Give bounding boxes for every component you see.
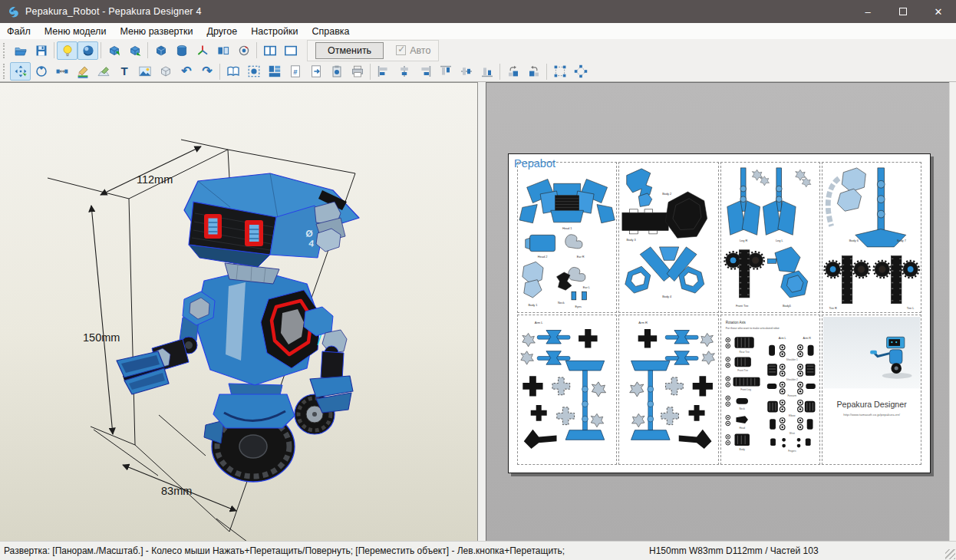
menu-item-others[interactable]: Другое	[199, 25, 244, 38]
flap-edit-button[interactable]	[93, 62, 114, 81]
material-view-button[interactable]	[77, 41, 98, 60]
toolbar-area: ОтменитьАвто T↶↷#	[0, 39, 956, 82]
svg-text:Neck: Neck	[558, 301, 565, 305]
pattern-cell-brand[interactable]: Pepakura Designer http://www.tamasoft.co…	[822, 315, 921, 466]
select-rotate-button[interactable]	[104, 41, 124, 60]
page-number-button[interactable]: #	[285, 62, 305, 81]
pattern-cell-arm-r[interactable]: Arm R	[618, 315, 718, 466]
toolbar-grip[interactable]	[3, 64, 7, 79]
toolbar-main: ОтменитьАвто	[0, 39, 956, 61]
open-file-button[interactable]	[10, 41, 31, 60]
brand-name: Pepakura Designer	[836, 399, 907, 408]
spin-rotate-button[interactable]	[233, 41, 254, 60]
pattern-cell-head[interactable]: Head 1 Head 2 Ear R Ear L Body 1 Neck Ey…	[517, 162, 617, 313]
part-3d-button[interactable]	[155, 62, 176, 81]
auto-checkbox[interactable]	[396, 45, 406, 55]
resize-grip[interactable]	[945, 549, 955, 559]
print-button[interactable]	[347, 62, 368, 81]
model-3d-canvas[interactable]: Ø 4 112mm 150mm 83mm	[0, 83, 477, 541]
svg-text:Head 2: Head 2	[538, 255, 548, 259]
align-bottom-button[interactable]	[476, 62, 497, 81]
solid-view-button[interactable]	[150, 41, 171, 60]
capture-button[interactable]	[326, 62, 347, 81]
robot-model[interactable]: Ø 4	[117, 173, 359, 482]
pattern-parts-arm-r[interactable]: Arm R	[619, 315, 717, 465]
svg-text:Arm R: Arm R	[639, 320, 648, 324]
minimize-button[interactable]: –	[850, 0, 885, 23]
toolbar-grip[interactable]	[3, 43, 7, 58]
rotate-ccw-button[interactable]	[503, 62, 523, 81]
redo-icon: ↷	[200, 64, 214, 78]
export-page-button[interactable]	[305, 62, 326, 81]
spread-parts-button[interactable]	[51, 62, 72, 81]
pane-splitter[interactable]	[479, 82, 486, 541]
align-top-button[interactable]	[435, 62, 456, 81]
rotate-cw-button[interactable]	[523, 62, 544, 81]
pattern-cell-body-a[interactable]: Body 2 Body 3 Body 4	[618, 162, 718, 313]
material-view-icon	[81, 44, 95, 58]
group-corners-button[interactable]	[549, 62, 570, 81]
pattern-cell-legs[interactable]: Leg R Leg L Front Tire Body5	[720, 162, 820, 313]
auto-checkbox-group[interactable]: Авто	[396, 45, 430, 56]
pan-view-button[interactable]	[10, 62, 31, 81]
brand-url: http://www.tamasoft.co.jp/pepakura-en/	[843, 413, 901, 417]
pattern-2d-pane[interactable]: Pepabot	[486, 82, 949, 541]
save-button[interactable]	[31, 41, 51, 60]
menu-item-help[interactable]: Справка	[305, 25, 356, 38]
cylinder-select-button[interactable]	[171, 41, 192, 60]
align-center-button[interactable]	[394, 62, 414, 81]
pattern-cell-rotation-axis[interactable]: Rotation Axis For those who want to make…	[720, 315, 820, 466]
mirror-button[interactable]	[213, 41, 233, 60]
pattern-page[interactable]: Pepabot	[508, 153, 931, 473]
coord-axis-button[interactable]	[192, 41, 213, 60]
maximize-button[interactable]	[885, 0, 921, 23]
full-view-button[interactable]	[280, 41, 301, 60]
insert-text-button[interactable]: T	[114, 62, 134, 81]
align-middle-button[interactable]	[456, 62, 476, 81]
model-3d-pane[interactable]: Ø 4 112mm 150mm 83mm	[0, 82, 478, 541]
vertical-scrollbar[interactable]	[949, 82, 956, 541]
rotate-view-button[interactable]	[31, 62, 51, 81]
insert-text-icon: T	[117, 64, 131, 78]
pattern-cell-tires[interactable]: Body 6 Body 7 Tire R Tire L	[822, 162, 921, 313]
pattern-parts-rotation-axis[interactable]: Rotation Axis For those who want to make…	[721, 315, 819, 465]
menu-item-model-menu[interactable]: Меню модели	[38, 25, 114, 38]
svg-text:Body 6: Body 6	[849, 239, 859, 242]
redo-button[interactable]: ↷	[196, 62, 217, 81]
pan-view-icon	[14, 64, 28, 78]
menu-item-unfold-menu[interactable]: Меню развертки	[113, 25, 199, 38]
pattern-parts-head[interactable]: Head 1 Head 2 Ear R Ear L Body 1 Neck Ey…	[518, 163, 616, 312]
pattern-cell-arm-l[interactable]: Arm L	[517, 315, 617, 466]
light-button[interactable]	[57, 41, 77, 60]
menu-item-file[interactable]: Файл	[0, 25, 38, 38]
app-logo-icon	[7, 5, 21, 18]
edge-color-button[interactable]	[72, 62, 93, 81]
fit-selection-button[interactable]	[243, 62, 264, 81]
pattern-parts-arm-l[interactable]: Arm L	[518, 315, 616, 465]
split-view-button[interactable]	[259, 41, 280, 60]
align-right-button[interactable]	[414, 62, 435, 81]
undo-button[interactable]: ↶	[176, 62, 196, 81]
toolbar-separator	[546, 64, 547, 80]
select-move-button[interactable]	[124, 41, 145, 60]
pattern-parts-tires[interactable]: Body 6 Body 7 Tire R Tire L	[822, 163, 921, 312]
maximize-icon	[899, 8, 907, 15]
align-left-button[interactable]	[373, 62, 394, 81]
toolbar-separator	[54, 42, 54, 58]
toolbar-separator	[370, 64, 371, 80]
solid-view-icon	[154, 44, 168, 58]
insert-image-button[interactable]	[134, 62, 155, 81]
svg-text:Body 3: Body 3	[627, 238, 636, 242]
cancel-button[interactable]: Отменить	[315, 42, 384, 59]
close-button[interactable]: ✕	[921, 0, 956, 23]
menu-bar: ФайлМеню моделиМеню разверткиДругоеНастр…	[0, 23, 956, 39]
auto-layout-button[interactable]	[264, 62, 285, 81]
pattern-parts-body-a[interactable]: Body 2 Body 3 Body 4	[619, 163, 717, 312]
pattern-cells: Head 1 Head 2 Ear R Ear L Body 1 Neck Ey…	[516, 161, 922, 466]
open-book-button[interactable]	[223, 62, 243, 81]
menu-item-settings[interactable]: Настройки	[244, 25, 305, 38]
pattern-parts-legs[interactable]: Leg R Leg L Front Tire Body5	[721, 163, 819, 312]
toolbar-separator	[256, 42, 257, 58]
group-nodes-button[interactable]	[570, 62, 591, 81]
full-view-icon	[284, 44, 298, 58]
